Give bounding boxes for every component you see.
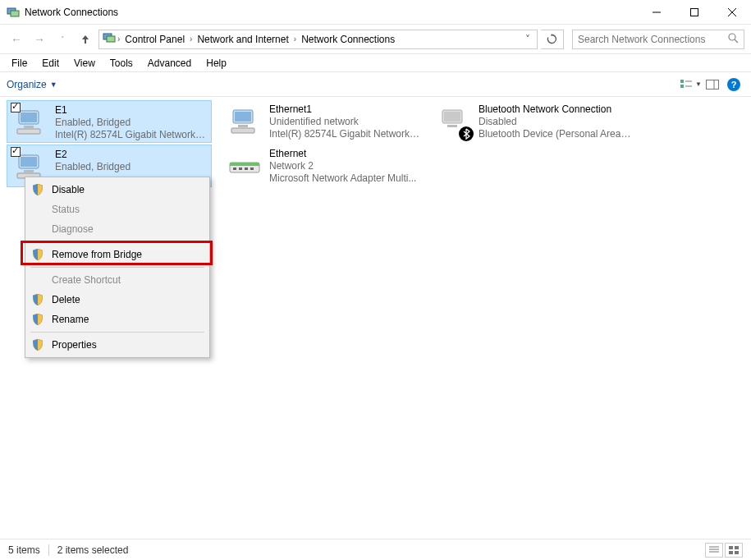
nic-icon — [227, 103, 263, 140]
refresh-button[interactable] — [541, 30, 564, 49]
ctx-delete[interactable]: Delete — [27, 290, 208, 310]
svg-rect-27 — [231, 128, 254, 133]
connection-name: E1 — [55, 104, 206, 117]
menu-file[interactable]: File — [5, 56, 34, 71]
svg-line-9 — [735, 39, 738, 43]
view-options-button[interactable]: ▼ — [680, 76, 702, 94]
checkbox-checked-icon[interactable] — [11, 147, 21, 157]
item-count: 5 items — [8, 544, 40, 556]
svg-rect-7 — [107, 36, 115, 42]
address-dropdown[interactable]: ˅ — [522, 34, 533, 45]
chevron-right-icon[interactable]: › — [117, 34, 120, 44]
ctx-label: Delete — [52, 294, 80, 305]
menu-advanced[interactable]: Advanced — [141, 56, 198, 71]
ctx-create-shortcut[interactable]: Create Shortcut — [27, 270, 208, 290]
ctx-label: Properties — [52, 339, 97, 351]
connection-status: Enabled, Bridged — [55, 161, 131, 173]
shield-icon — [30, 184, 45, 195]
connection-status: Unidentified network — [269, 116, 422, 128]
svg-rect-29 — [230, 163, 259, 166]
context-menu: Disable Status Diagnose Remove from Brid… — [25, 177, 210, 358]
separator — [30, 241, 204, 242]
connection-status: Network 2 — [269, 160, 416, 172]
help-button[interactable]: ? — [723, 76, 744, 94]
connection-detail: Intel(R) 82574L Gigabit Network C... — [269, 128, 422, 140]
forward-button[interactable]: → — [30, 30, 49, 49]
ctx-label: Disable — [52, 184, 85, 195]
search-input[interactable] — [578, 34, 728, 45]
bridge-icon — [227, 148, 263, 184]
large-icons-view-button[interactable] — [725, 543, 743, 558]
ctx-disable[interactable]: Disable — [27, 180, 208, 200]
minimize-button[interactable] — [638, 0, 675, 25]
app-icon — [7, 6, 20, 19]
bluetooth-icon — [459, 126, 474, 141]
network-icon — [103, 31, 116, 47]
navigation-bar: ← → ˅ › Control Panel › Network and Inte… — [0, 25, 751, 54]
shield-icon — [30, 294, 45, 305]
preview-pane-button[interactable] — [702, 76, 723, 94]
search-icon[interactable] — [728, 33, 739, 46]
breadcrumb-control-panel[interactable]: Control Panel — [121, 34, 188, 45]
shield-icon — [30, 314, 45, 325]
connection-name: Bluetooth Network Connection — [479, 103, 631, 116]
svg-rect-19 — [17, 129, 40, 134]
nic-icon — [12, 104, 48, 140]
connection-detail: Bluetooth Device (Personal Area ... — [479, 128, 631, 140]
bluetooth-nic-icon — [436, 103, 472, 140]
svg-rect-3 — [691, 8, 698, 16]
separator — [48, 544, 49, 556]
help-icon: ? — [727, 78, 740, 91]
svg-rect-18 — [24, 126, 34, 128]
menu-tools[interactable]: Tools — [103, 56, 140, 71]
connection-item-ethernet1[interactable]: Ethernet1 Unidentified network Intel(R) … — [222, 100, 427, 143]
recent-dropdown[interactable]: ˅ — [53, 30, 72, 49]
svg-rect-25 — [235, 112, 251, 122]
svg-rect-14 — [707, 80, 719, 89]
titlebar: Network Connections — [0, 0, 751, 25]
search-box[interactable] — [572, 30, 744, 49]
command-bar: Organize ▼ ▼ ? — [0, 72, 751, 97]
separator — [30, 332, 204, 333]
shield-icon — [30, 249, 45, 260]
chevron-right-icon[interactable]: › — [190, 34, 192, 44]
chevron-right-icon[interactable]: › — [294, 34, 296, 44]
ctx-remove-from-bridge[interactable]: Remove from Bridge — [27, 245, 208, 264]
maximize-button[interactable] — [675, 0, 713, 25]
breadcrumb-network-connections[interactable]: Network Connections — [298, 34, 398, 45]
connection-name: E2 — [55, 149, 131, 161]
svg-rect-35 — [444, 112, 460, 122]
back-button[interactable]: ← — [7, 30, 26, 49]
breadcrumb-network-internet[interactable]: Network and Internet — [194, 34, 291, 45]
connection-item-e1[interactable]: E1 Enabled, Bridged Intel(R) 82574L Giga… — [7, 100, 212, 143]
ctx-rename[interactable]: Rename — [27, 310, 208, 329]
svg-rect-10 — [680, 80, 684, 83]
menu-edit[interactable]: Edit — [35, 56, 66, 71]
ctx-properties[interactable]: Properties — [27, 335, 208, 355]
connection-item-ethernet[interactable]: Ethernet Network 2 Microsoft Network Ada… — [222, 145, 427, 187]
organize-button[interactable]: Organize ▼ — [7, 79, 57, 90]
svg-rect-41 — [735, 546, 739, 549]
ctx-diagnose[interactable]: Diagnose — [27, 219, 208, 239]
menu-bar: File Edit View Tools Advanced Help — [0, 54, 751, 72]
checkbox-checked-icon[interactable] — [11, 103, 21, 112]
menu-help[interactable]: Help — [199, 56, 233, 71]
up-button[interactable] — [76, 30, 95, 49]
close-button[interactable] — [713, 0, 751, 25]
ctx-label: Diagnose — [52, 223, 94, 235]
chevron-down-icon: ▼ — [50, 80, 57, 89]
connection-detail: Intel(R) 82574L Gigabit Network C... — [55, 129, 206, 141]
connection-item-bluetooth[interactable]: Bluetooth Network Connection Disabled Bl… — [431, 100, 636, 143]
address-bar[interactable]: › Control Panel › Network and Internet ›… — [98, 30, 538, 49]
ctx-label: Rename — [52, 314, 89, 325]
svg-rect-1 — [11, 11, 19, 16]
status-bar: 5 items 2 items selected — [0, 539, 751, 560]
svg-rect-31 — [239, 168, 242, 170]
svg-rect-43 — [735, 551, 739, 554]
ctx-status[interactable]: Status — [27, 200, 208, 219]
connection-detail: Microsoft Network Adapter Multi... — [269, 172, 416, 185]
svg-rect-36 — [447, 125, 457, 127]
svg-rect-21 — [21, 157, 37, 167]
details-view-button[interactable] — [705, 543, 723, 558]
menu-view[interactable]: View — [67, 56, 102, 71]
